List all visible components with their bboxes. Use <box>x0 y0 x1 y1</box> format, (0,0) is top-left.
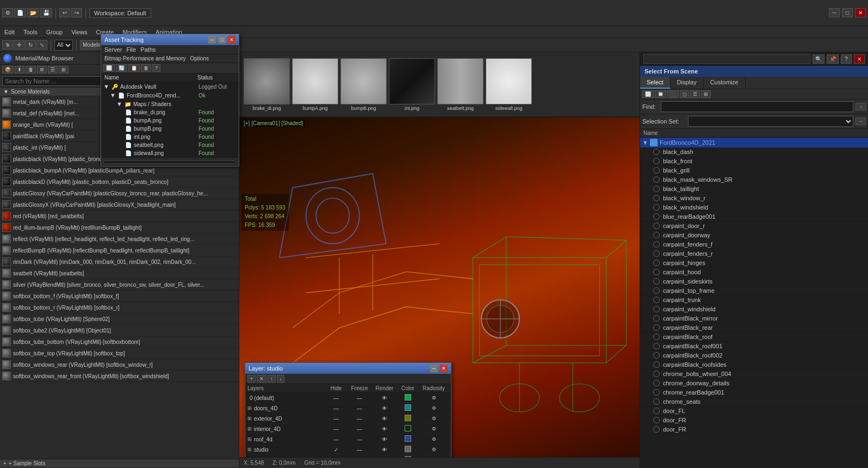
layer-hide-cell[interactable]: — <box>325 426 347 432</box>
asset-btn1[interactable]: ⬜ <box>103 64 115 72</box>
scene-tree-item[interactable]: black_window_r <box>640 194 868 203</box>
material-list-item[interactable]: softbox_windows_rear (VRayLightMtl) [sof… <box>0 359 239 371</box>
material-list-item[interactable]: softbox_tube (VRayLightMtl) [Sphere02] <box>0 313 239 325</box>
selection-set-btn[interactable]: → <box>855 118 866 125</box>
layer-radiosity-cell[interactable]: ⚙ <box>419 405 449 411</box>
asset-file-item[interactable]: 📄seatbelt.pngFound <box>101 141 239 149</box>
scene-tree-item[interactable]: black_taillight <box>640 184 868 194</box>
mat-put-material[interactable]: ⬆ <box>15 66 24 73</box>
layer-render-cell[interactable]: 👁 <box>372 426 397 432</box>
maximize-app[interactable]: □ <box>842 8 853 17</box>
filter-select[interactable]: All <box>54 40 73 51</box>
scene-root-item[interactable]: ▼FordBronco4D_2021 <box>640 138 868 147</box>
material-list-item[interactable]: softbox_tube_top (VRayLightMtl) [softbox… <box>0 348 239 359</box>
maps-shaders-item[interactable]: ▼ 📁 Maps / Shaders <box>101 100 239 108</box>
material-list-item[interactable]: red_illum-bumpB (VRayMtl) [redIllumBumpB… <box>0 222 239 233</box>
scene-tree-item[interactable]: black_grill <box>640 166 868 175</box>
asset-min[interactable]: ─ <box>208 36 216 44</box>
save-btn[interactable]: 💾 <box>40 8 52 17</box>
thumbnail-item[interactable]: bumpB.png <box>340 58 387 111</box>
asset-options[interactable]: Options <box>190 56 209 61</box>
material-list-item[interactable]: softbox_bottom_r (VRayLightMtl) [softbox… <box>0 302 239 313</box>
tab-select[interactable]: Select <box>640 77 671 89</box>
asset-file-item[interactable]: 📄brake_di.pngFound <box>101 108 239 116</box>
redo-btn[interactable]: ↪ <box>71 8 82 17</box>
asset-file-item[interactable]: 📄int.pngFound <box>101 133 239 141</box>
scene-tree-item[interactable]: black_front <box>640 157 868 166</box>
layer-row[interactable]: ⊞ roof_4d — — 👁 ⚙ <box>245 434 451 445</box>
asset-file-item[interactable]: 📄sidewall.pngFound <box>101 149 239 157</box>
close-app[interactable]: ✕ <box>855 8 866 17</box>
scene-tree-item[interactable]: carpaintBlack_mirror <box>640 314 868 323</box>
mat-delete[interactable]: 🗑 <box>26 66 36 73</box>
layer-hide-cell[interactable]: — <box>325 436 347 442</box>
scene-tree-item[interactable]: carpaint_sideskirts <box>640 277 868 286</box>
thumbnail-item[interactable]: seatbelt.png <box>437 58 483 111</box>
layer-freeze-cell[interactable]: — <box>347 436 372 442</box>
scene-tree-item[interactable]: black_windshield <box>640 203 868 212</box>
mat-options[interactable]: ⚙ <box>37 66 47 73</box>
scene-tree-item[interactable]: door_FR <box>640 425 868 434</box>
scene-tree-item[interactable]: black_dash <box>640 147 868 157</box>
open-btn[interactable]: 📂 <box>27 8 39 17</box>
asset-menu-file[interactable]: File <box>126 46 136 53</box>
scene-search-btn[interactable]: 🔍 <box>813 54 824 64</box>
asset-scrollbar[interactable] <box>103 161 237 164</box>
tab-display[interactable]: Display <box>671 77 704 89</box>
layer-row[interactable]: 0 (default) — — 👁 ⚙ <box>245 393 451 403</box>
asset-ford-item[interactable]: ▼ 📄 FordBronco4D_rend... Ok <box>101 91 239 100</box>
layer-radiosity-cell[interactable]: ⚙ <box>419 395 449 401</box>
asset-max[interactable]: □ <box>218 36 226 44</box>
scene-tree-item[interactable]: door_FL <box>640 407 868 416</box>
layer-render-cell[interactable]: 👁 <box>372 395 397 401</box>
thumbnail-item[interactable]: int.png <box>389 58 435 111</box>
mat-view-grid[interactable]: ⊞ <box>59 66 69 73</box>
layer-hide-cell[interactable]: — <box>325 416 347 422</box>
material-list-item[interactable]: softbox_windows_rear_front (VRayLightMtl… <box>0 371 239 382</box>
layer-hide-cell[interactable]: — <box>325 405 347 411</box>
scene-tree-item[interactable]: carpaint_fenders_r <box>640 249 868 258</box>
scene-pin-btn[interactable]: 📌 <box>827 54 839 64</box>
layer-freeze-cell[interactable]: — <box>347 395 372 401</box>
layer-color-cell[interactable] <box>397 404 419 412</box>
scene-close-btn[interactable]: ✕ <box>854 54 865 64</box>
asset-menu-paths[interactable]: Paths <box>140 46 156 53</box>
sample-slots-header[interactable]: + + Sample Slots <box>0 459 239 468</box>
scene-tree-item[interactable]: carpaint_top_frame <box>640 286 868 295</box>
scene-tool-1[interactable]: ⬜ <box>642 90 654 98</box>
select-obj-btn[interactable]: 🖱 <box>2 40 13 50</box>
asset-file-item[interactable]: 📄bumpB.pngFound <box>101 125 239 133</box>
layer-window-minimize[interactable]: ─ <box>430 365 438 372</box>
scene-tree-item[interactable]: chrome_doorway_details <box>640 379 868 388</box>
selection-set-select[interactable] <box>688 116 853 127</box>
asset-help[interactable]: ? <box>152 64 160 72</box>
scene-tree-item[interactable]: carpaint_trunk <box>640 295 868 305</box>
scene-tree-item[interactable]: carpaint_door_r <box>640 221 868 231</box>
scene-tree-item[interactable]: chrome_seats <box>640 397 868 407</box>
scene-tree-item[interactable]: carpaint_fenders_f <box>640 240 868 249</box>
layer-hide-cell[interactable]: — <box>325 395 347 401</box>
scene-tool-5[interactable]: ☰ <box>690 90 700 98</box>
layer-color-cell[interactable] <box>397 446 419 453</box>
layer-render-cell[interactable]: 👁 <box>372 447 397 453</box>
asset-bitmap-perf[interactable]: Bitmap Performance and Memory <box>104 56 186 61</box>
asset-menu-server[interactable]: Server <box>104 46 122 53</box>
material-list-item[interactable]: seatbelt (VRayMtl) [seatbelts] <box>0 268 239 279</box>
scene-tree-item[interactable]: chrome_bolts_wheel_004 <box>640 370 868 379</box>
scene-tree-item[interactable]: door_FR <box>640 416 868 425</box>
rotate-btn[interactable]: ↻ <box>25 40 36 50</box>
material-list-item[interactable]: softbox_bottom_f (VRayLightMtl) [softbox… <box>0 291 239 302</box>
material-list-item[interactable]: rimDark (VRayMtl) [rimDark_000, rimDark_… <box>0 256 239 268</box>
layer-row[interactable]: ⊞ studio ✓ — 👁 ⚙ <box>245 445 451 455</box>
thumbnail-item[interactable]: brake_di.png <box>244 58 290 111</box>
scene-tree-item[interactable]: carpaintBlack_roof <box>640 332 868 342</box>
move-btn[interactable]: ✛ <box>14 40 24 50</box>
asset-btn2[interactable]: 🔄 <box>116 64 127 72</box>
menu-tools[interactable]: Tools <box>19 28 42 36</box>
layer-color-cell[interactable] <box>397 435 419 443</box>
material-list-item[interactable]: reflect (VRayMtl) [reflect_headlight, re… <box>0 233 239 245</box>
scene-tree-item[interactable]: carpaint_hinges <box>640 258 868 268</box>
mat-get-material[interactable]: 📦 <box>2 66 14 73</box>
new-btn[interactable]: 📄 <box>14 8 26 17</box>
layer-freeze-cell[interactable]: — <box>347 405 372 411</box>
